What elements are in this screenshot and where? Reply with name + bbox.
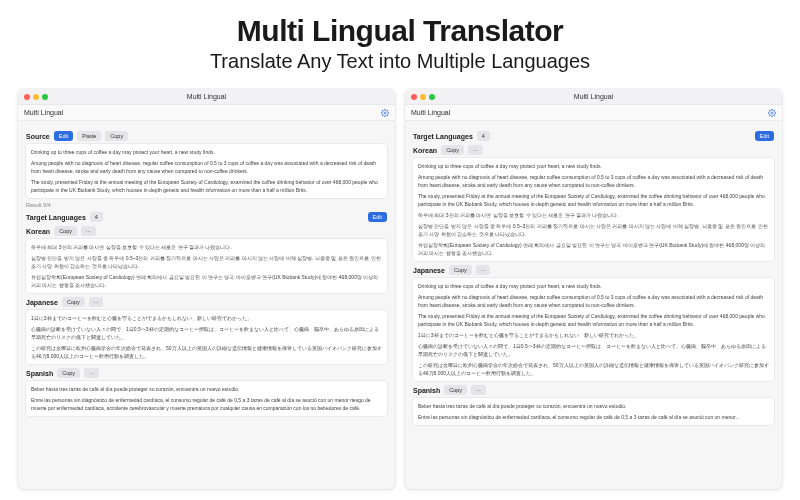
window-right: Multi Lingual Multi Lingual Target Langu…	[405, 89, 782, 489]
target-label: Target Languages	[413, 133, 473, 140]
toolbar: Multi Lingual	[18, 105, 395, 121]
svg-point-1	[771, 112, 773, 114]
gear-icon[interactable]	[381, 109, 389, 117]
spanish-text[interactable]: Beber hasta tres tazas de café al día pu…	[413, 398, 774, 425]
gear-icon[interactable]	[768, 109, 776, 117]
copy-korean-button[interactable]: Copy	[441, 145, 464, 155]
copy-japanese-button[interactable]: Copy	[449, 265, 472, 275]
source-label: Source	[26, 133, 50, 140]
more-japanese-button[interactable]: ···	[89, 297, 104, 307]
lang-name-korean: Korean	[413, 147, 437, 154]
content-right: Target Languages 4 Edit Korean Copy ··· …	[405, 121, 782, 489]
hero-title: Multi Lingual Translator	[0, 14, 800, 48]
target-header: Target Languages 4 Edit	[413, 131, 774, 141]
copy-korean-button[interactable]: Copy	[54, 226, 77, 236]
target-label: Target Languages	[26, 214, 86, 221]
more-korean-button[interactable]: ···	[81, 226, 96, 236]
edit-button[interactable]: Edit	[54, 131, 73, 141]
result-count: 0/4	[43, 202, 51, 208]
target-header: Target Languages 4 Edit	[26, 212, 387, 222]
source-p2: Among people with no diagnosis of heart …	[31, 159, 382, 175]
titlebar[interactable]: Multi Lingual	[405, 89, 782, 105]
svg-point-0	[384, 112, 386, 114]
target-count: 4	[477, 131, 490, 141]
lang-name-spanish: Spanish	[413, 387, 440, 394]
result-row: Result 0/4	[26, 202, 387, 208]
lang-block-korean: Korean Copy ··· Drinking up to three cup…	[413, 145, 774, 261]
windows-row: Multi Lingual Multi Lingual Source Edit …	[0, 79, 800, 489]
result-label: Result	[26, 202, 42, 208]
hero: Multi Lingual Translator Translate Any T…	[0, 0, 800, 79]
lang-name-japanese: Japanese	[26, 299, 58, 306]
content-left: Source Edit Paste Copy Drinking up to th…	[18, 121, 395, 489]
more-spanish-button[interactable]: ···	[471, 385, 486, 395]
lang-block-korean: Korean Copy ··· 하루에 최대 3잔의 커피를 마시면 심장을 보…	[26, 226, 387, 293]
toolbar-title: Multi Lingual	[24, 109, 63, 116]
hero-subtitle: Translate Any Text into Multiple Languag…	[0, 50, 800, 73]
lang-name-spanish: Spanish	[26, 370, 53, 377]
japanese-text[interactable]: 1日に3杯までのコーヒーを飲むと心臓を守ることができるかもしれない、新しい研究で…	[26, 310, 387, 364]
more-spanish-button[interactable]: ···	[84, 368, 99, 378]
toolbar-title: Multi Lingual	[411, 109, 450, 116]
source-p1: Drinking up to three cups of coffee a da…	[31, 148, 382, 156]
window-title: Multi Lingual	[18, 93, 395, 100]
source-text[interactable]: Drinking up to three cups of coffee a da…	[26, 144, 387, 198]
korean-text[interactable]: 하루에 최대 3잔의 커피를 마시면 심장을 보호할 수 있다는 새로운 연구 …	[26, 239, 387, 293]
titlebar[interactable]: Multi Lingual	[18, 89, 395, 105]
copy-button[interactable]: Copy	[105, 131, 128, 141]
more-korean-button[interactable]: ···	[468, 145, 483, 155]
lang-block-spanish: Spanish Copy ··· Beber hasta tres tazas …	[26, 368, 387, 416]
window-title: Multi Lingual	[405, 93, 782, 100]
target-count: 4	[90, 212, 103, 222]
window-left: Multi Lingual Multi Lingual Source Edit …	[18, 89, 395, 489]
source-header: Source Edit Paste Copy	[26, 131, 387, 141]
lang-block-japanese: Japanese Copy ··· Drinking up to three c…	[413, 265, 774, 381]
copy-spanish-button[interactable]: Copy	[444, 385, 467, 395]
edit-targets-button[interactable]: Edit	[368, 212, 387, 222]
toolbar: Multi Lingual	[405, 105, 782, 121]
lang-name-japanese: Japanese	[413, 267, 445, 274]
lang-name-korean: Korean	[26, 228, 50, 235]
edit-targets-button[interactable]: Edit	[755, 131, 774, 141]
lang-block-spanish: Spanish Copy ··· Beber hasta tres tazas …	[413, 385, 774, 425]
more-japanese-button[interactable]: ···	[476, 265, 491, 275]
copy-japanese-button[interactable]: Copy	[62, 297, 85, 307]
korean-text[interactable]: Drinking up to three cups of coffee a da…	[413, 158, 774, 261]
paste-button[interactable]: Paste	[77, 131, 101, 141]
copy-spanish-button[interactable]: Copy	[57, 368, 80, 378]
source-p3: The study, presented Friday at the annua…	[31, 178, 382, 194]
spanish-text[interactable]: Beber hasta tres tazas de café al día pu…	[26, 381, 387, 416]
japanese-text[interactable]: Drinking up to three cups of coffee a da…	[413, 278, 774, 381]
lang-block-japanese: Japanese Copy ··· 1日に3杯までのコーヒーを飲むと心臓を守るこ…	[26, 297, 387, 364]
